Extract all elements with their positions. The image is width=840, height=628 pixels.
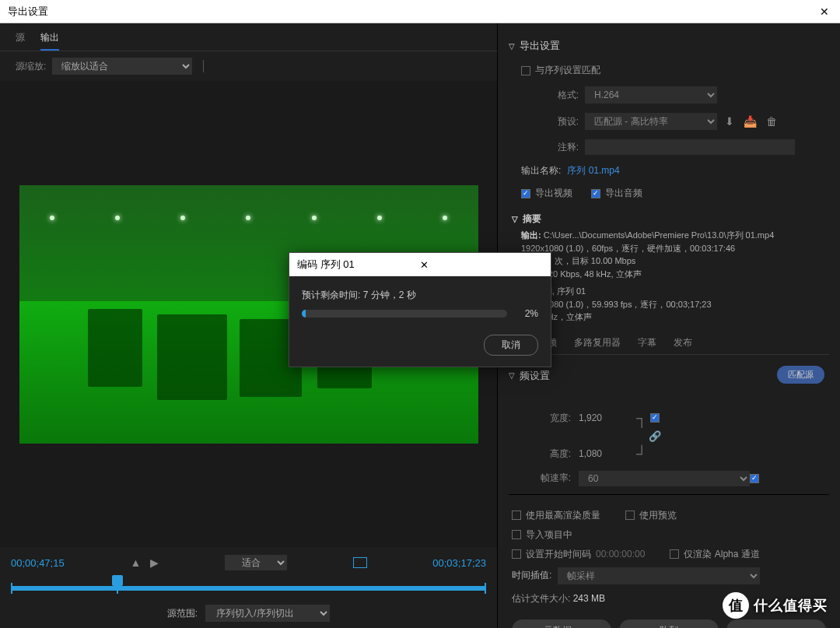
link-icon[interactable]: 🔗 — [649, 430, 661, 442]
basic-video-settings: ▽ 频设置 匹配源 宽度: 1,920 ┐ 🔗 高度: 1,080 ┘ — [509, 363, 829, 494]
queue-button[interactable]: 队列 — [619, 619, 719, 629]
match-sequence-checkbox[interactable] — [521, 66, 530, 75]
format-select[interactable]: H.264 — [585, 86, 717, 103]
comment-row: 注释: — [532, 139, 829, 155]
metadata-button[interactable]: 元数据... — [512, 619, 611, 629]
fps-row: 帧速率: 60 — [532, 471, 829, 486]
dialog-title: 编码 序列 01 — [297, 258, 420, 272]
preview-fit-select[interactable]: 适合 — [225, 555, 287, 570]
preset-label: 预设: — [532, 115, 579, 128]
export-settings-header[interactable]: ▽ 导出设置 — [509, 39, 829, 53]
width-value[interactable]: 1,920 — [579, 412, 625, 423]
separator-icon — [203, 60, 204, 72]
dialog-titlebar: 编码 序列 01 ✕ — [289, 253, 551, 276]
source-range-select[interactable]: 序列切入/序列切出 — [205, 605, 330, 622]
subtab-caption[interactable]: 字幕 — [638, 336, 656, 354]
summary-output: 输出: C:\User...\Documents\Adobe\Premiere … — [521, 229, 829, 280]
window-close-button[interactable]: ✕ — [817, 5, 832, 18]
timeline-range[interactable] — [11, 586, 486, 591]
subtab-publish[interactable]: 发布 — [674, 336, 692, 354]
height-value[interactable]: 1,080 — [579, 448, 625, 459]
watermark-badge: 值 — [723, 592, 749, 619]
use-preview-checkbox[interactable] — [625, 510, 635, 520]
out-point-handle[interactable] — [485, 583, 486, 594]
start-tc-value: 00:00:00:00 — [596, 549, 645, 560]
export-button[interactable] — [726, 619, 826, 629]
cancel-button[interactable]: 取消 — [484, 335, 538, 356]
start-tc-checkbox[interactable] — [512, 549, 521, 559]
progress-percent: 2% — [515, 308, 538, 319]
output-name-link[interactable]: 序列 01.mp4 — [567, 164, 619, 177]
export-video-checkbox[interactable] — [521, 189, 530, 198]
output-name-label: 输出名称: — [521, 164, 561, 177]
output-name-row: 输出名称: 序列 01.mp4 — [521, 164, 829, 177]
max-quality-checkbox[interactable] — [512, 510, 521, 520]
source-range-label: 源范围: — [167, 607, 198, 620]
export-audio-checkbox[interactable] — [591, 189, 600, 198]
save-preset-icon[interactable]: ⬇ — [723, 115, 736, 128]
tab-source[interactable]: 源 — [16, 31, 25, 51]
watermark: 值 什么值得买 — [723, 592, 828, 619]
import-project-checkbox[interactable] — [512, 530, 521, 539]
settings-sub-tabs: 频 音频 多路复用器 字幕 发布 — [509, 328, 829, 355]
dialog-close-button[interactable]: ✕ — [420, 259, 543, 271]
summary-source: 源: 序列, 序列 01 1920x1080 (1.0)，59.993 fps，… — [521, 285, 829, 324]
progress-bar — [302, 310, 507, 318]
width-row: 宽度: 1,920 ┐ — [532, 409, 829, 427]
delete-preset-icon[interactable]: 🗑 — [765, 115, 779, 128]
encoding-progress-dialog: 编码 序列 01 ✕ 预计剩余时间: 7 分钟，2 秒 2% 取消 — [289, 252, 551, 367]
aspect-ratio-icon[interactable] — [353, 557, 367, 568]
progress-fill — [302, 310, 306, 318]
playhead[interactable] — [112, 575, 123, 586]
window-titlebar: 导出设置 ✕ — [0, 0, 840, 23]
match-source-button[interactable]: 匹配源 — [777, 366, 824, 384]
twisty-down-icon: ▽ — [509, 371, 515, 380]
prev-frame-icon[interactable]: ▲ — [130, 556, 141, 569]
next-frame-icon[interactable]: ▶ — [150, 556, 159, 569]
eta-text: 预计剩余时间: 7 分钟，2 秒 — [302, 289, 538, 302]
format-label: 格式: — [532, 89, 579, 102]
source-scale-select[interactable]: 缩放以适合 — [52, 58, 192, 75]
tab-output[interactable]: 输出 — [40, 31, 59, 51]
preset-select[interactable]: 匹配源 - 高比特率 — [585, 113, 717, 130]
comment-label: 注释: — [532, 141, 579, 154]
match-sequence-row[interactable]: 与序列设置匹配 — [521, 64, 829, 77]
comment-input[interactable] — [585, 139, 795, 155]
time-interp-select[interactable]: 帧采样 — [558, 567, 760, 584]
timeline-bar[interactable] — [11, 578, 486, 598]
source-scale-row: 源缩放: 缩放以适合 — [0, 51, 497, 81]
window-title: 导出设置 — [8, 5, 817, 19]
source-scale-label: 源缩放: — [16, 60, 46, 73]
twisty-down-icon: ▽ — [509, 42, 515, 51]
fps-select[interactable]: 60 — [579, 471, 750, 486]
preset-row: 预设: 匹配源 - 高比特率 ⬇ 📥 🗑 — [532, 113, 829, 130]
preview-tabs: 源 输出 — [0, 23, 497, 51]
total-timecode[interactable]: 00;03;17;23 — [432, 557, 486, 569]
in-point-handle[interactable] — [11, 583, 12, 594]
watermark-text: 什么值得买 — [754, 596, 828, 615]
source-range-row: 源范围: 序列切入/序列切出 — [0, 598, 497, 628]
link-dimensions-row: 🔗 — [532, 430, 829, 442]
twisty-down-icon: ▽ — [512, 215, 518, 223]
current-timecode[interactable]: 00;00;47;15 — [11, 557, 65, 569]
alpha-only-checkbox[interactable] — [670, 549, 679, 559]
width-lock-checkbox[interactable] — [650, 413, 660, 423]
import-preset-icon[interactable]: 📥 — [742, 115, 758, 128]
export-av-row: 导出视频 导出音频 — [521, 187, 829, 200]
format-row: 格式: H.264 — [532, 86, 829, 103]
height-row: 高度: 1,080 ┘ — [532, 445, 829, 463]
subtab-mux[interactable]: 多路复用器 — [574, 336, 621, 354]
timeline-controls: 00;00;47;15 ▲ ▶ 适合 00;03;17;23 — [0, 547, 497, 575]
summary-header[interactable]: ▽ 摘要 — [512, 212, 829, 226]
fps-lock-checkbox[interactable] — [750, 474, 759, 483]
